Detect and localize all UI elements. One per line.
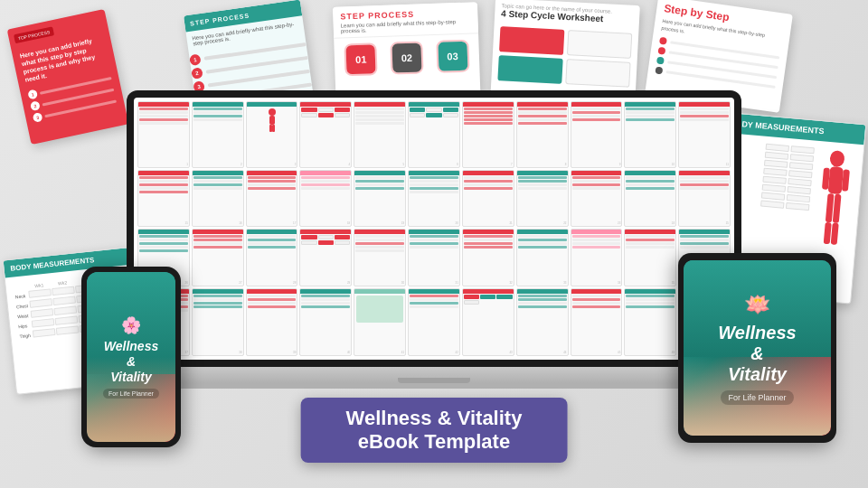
phone-flower-icon: 🌸 xyxy=(121,315,141,335)
ws-strength: 23 xyxy=(571,170,623,228)
ws-progress-stats: 43 xyxy=(462,288,514,357)
cycle-cell-2 xyxy=(567,30,632,59)
cycle-cell-3 xyxy=(497,55,562,84)
ws-spare-24: 24 xyxy=(624,170,676,228)
ws-period-log: 29 xyxy=(299,229,352,286)
body-silhouette-right xyxy=(811,148,855,250)
ws-first-aid: 30 xyxy=(354,229,406,286)
laptop-base xyxy=(118,367,750,383)
page-tag: TOP PROCESS xyxy=(14,26,54,43)
ws-water-tracker: 27 xyxy=(192,229,244,286)
ws-spare-35: 35 xyxy=(624,229,676,286)
phone-title: Wellness & Vitality xyxy=(104,339,158,384)
svg-rect-15 xyxy=(830,222,838,245)
ws-walking-log: 20 xyxy=(408,170,460,228)
laptop-screen: 1 2 3 xyxy=(134,98,734,360)
ws-spare-46: 49 xyxy=(624,288,676,357)
svg-rect-18 xyxy=(269,125,272,132)
ws-goal-this-year: 1 xyxy=(137,101,190,168)
step-03: 03 xyxy=(438,42,467,71)
phone-screen: 🌸 Wellness & Vitality For Life Planner xyxy=(87,272,175,442)
step-process-header: Step Process Learn you can add briefly w… xyxy=(333,2,478,39)
phone-left: 🌸 Wellness & Vitality For Life Planner xyxy=(81,267,181,447)
ws-body-meas-2: 2 xyxy=(192,101,244,168)
step-01: 01 xyxy=(346,44,376,74)
svg-rect-14 xyxy=(823,222,831,245)
ws-spare-11: 11 xyxy=(678,101,731,168)
ws-goal-checklist: 5 xyxy=(354,101,406,168)
cycle-cell-4 xyxy=(565,59,630,88)
ws-monthly-fitness: 15 xyxy=(137,170,190,228)
ws-weight-gain: 18 xyxy=(299,170,352,228)
ws-monthly-reflections: 6 xyxy=(408,101,460,168)
ws-family-medical: 44 xyxy=(516,288,569,357)
tablet-subtitle: For Life Planner xyxy=(721,390,793,405)
ws-medical-records: 33 xyxy=(516,229,569,286)
laptop-foot xyxy=(108,383,760,389)
steps-row: 01 02 03 xyxy=(334,33,480,82)
banner-line1: Wellness & Vitality xyxy=(346,407,523,430)
ws-body-meas-3: 3 xyxy=(246,101,298,168)
ws-blood-pressure: 28 xyxy=(246,229,298,286)
banner-line2: eBook Template xyxy=(346,430,523,454)
svg-rect-13 xyxy=(832,194,841,223)
screen-content: 1 2 3 xyxy=(134,98,734,360)
ws-daily-journal: 38 xyxy=(192,288,244,357)
ws-prescription: 31 xyxy=(408,229,460,286)
ws-grocery-1: 39 xyxy=(246,288,298,357)
step-02: 02 xyxy=(392,42,421,72)
laptop: 1 2 3 xyxy=(108,90,760,389)
svg-rect-17 xyxy=(269,116,275,125)
svg-point-8 xyxy=(829,150,845,167)
cycle-cell-1 xyxy=(499,26,564,55)
ws-progress-photos: 4 xyxy=(299,101,352,168)
phone-subtitle: For Life Planner xyxy=(103,389,159,399)
ws-my-journey: 19 xyxy=(354,170,406,228)
svg-rect-12 xyxy=(825,193,834,222)
ws-grocery-2: 40 xyxy=(299,288,352,357)
bottom-banner: Wellness & Vitality eBook Template xyxy=(301,398,568,463)
tablet-title: Wellness & Vitality xyxy=(718,323,796,385)
ws-30day: 7 xyxy=(462,101,514,168)
ws-vitamins: 32 xyxy=(462,229,514,286)
svg-rect-9 xyxy=(827,166,844,194)
svg-rect-19 xyxy=(272,125,275,132)
tablet-right: 🪷 Wellness & Vitality For Life Planner xyxy=(678,253,836,443)
ws-insurance: 45 xyxy=(571,288,623,357)
ws-scene: 41 xyxy=(354,288,406,357)
ws-my-body-stats: 16 xyxy=(192,170,244,228)
ws-intermittent: 9 xyxy=(571,101,623,168)
svg-point-16 xyxy=(269,108,276,116)
ws-cardio: 22 xyxy=(516,170,569,228)
cycle-grid xyxy=(491,23,638,91)
ws-body-meas-10: 10 xyxy=(624,101,676,168)
ws-weight-tracker: 17 xyxy=(246,170,298,228)
ws-10week: 8 xyxy=(516,101,569,168)
ws-running-log: 21 xyxy=(462,170,514,228)
ws-spare-25: 25 xyxy=(678,170,731,228)
ws-store-shopping: 42 xyxy=(408,288,460,357)
ws-check-body: 34 xyxy=(571,229,623,286)
tablet-screen: 🪷 Wellness & Vitality For Life Planner xyxy=(684,260,831,436)
laptop-screen-area: 1 2 3 xyxy=(127,90,741,367)
tablet-lotus-icon: 🪷 xyxy=(744,292,771,317)
